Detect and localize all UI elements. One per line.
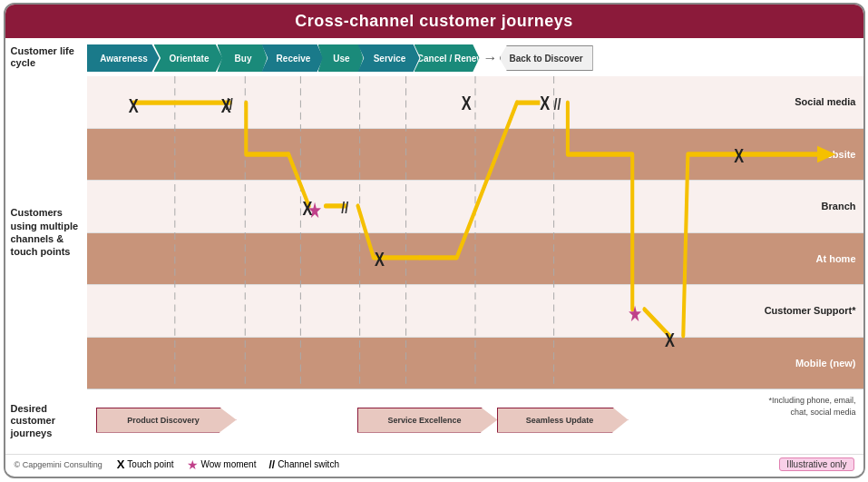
legend-row: © Capgemini Consulting X Touch point ★ W… xyxy=(5,454,863,474)
channel-row-customer-support: Customer Support* xyxy=(87,285,863,338)
use-stage[interactable]: Use xyxy=(326,44,364,73)
main-container: Cross-channel customer journeys Customer… xyxy=(4,3,865,478)
wow-moment-legend-star: ★ xyxy=(187,457,199,472)
channel-label-social-media: Social media xyxy=(795,96,855,107)
left-labels: Customer life cycle Customers using mult… xyxy=(5,38,87,454)
touch-point-legend-x: X xyxy=(117,457,125,471)
channel-label-customer-support: Customer Support* xyxy=(765,305,856,316)
cancel-renew-stage[interactable]: Cancel / Renew xyxy=(422,44,480,73)
lifecycle-row: Awareness Orientate Buy Receive xyxy=(87,38,863,76)
channel-row-at-home: At home xyxy=(87,233,863,286)
product-discovery-journey[interactable]: Product Discovery xyxy=(96,408,237,437)
right-area: Awareness Orientate Buy Receive xyxy=(87,38,863,454)
channels-label: Customers using multiple channels & touc… xyxy=(11,76,87,389)
channel-label-at-home: At home xyxy=(816,253,856,264)
receive-stage[interactable]: Receive xyxy=(269,44,324,73)
channel-label-mobile-new: Mobile (new) xyxy=(795,358,856,369)
channel-row-mobile-new: Mobile (new) xyxy=(87,338,863,389)
seamless-update-journey[interactable]: Seamless Update xyxy=(497,408,629,437)
copyright: © Capgemini Consulting xyxy=(15,460,102,469)
page-title: Cross-channel customer journeys xyxy=(5,5,863,38)
buy-stage[interactable]: Buy xyxy=(225,44,268,73)
service-stage[interactable]: Service xyxy=(366,44,420,73)
channel-row-social-media: Social media xyxy=(87,76,863,129)
grid-channels: Social media Website Branch At home xyxy=(87,76,863,389)
desired-journeys-label: Desired customer journeys xyxy=(11,389,87,454)
channel-label-branch: Branch xyxy=(822,201,856,211)
wow-moment-legend-label: Wow moment xyxy=(201,459,257,469)
footnote: *Including phone, email,chat, social med… xyxy=(768,395,855,418)
desired-journeys-row: Product Discovery Service Excellence Sea… xyxy=(87,389,863,454)
channel-label-website: Website xyxy=(818,149,856,160)
orientate-stage[interactable]: Orientate xyxy=(161,44,223,73)
channel-switch-legend-symbol: // xyxy=(268,458,275,471)
channel-row-website: Website xyxy=(87,129,863,182)
illustrative-only-badge: Illustrative only xyxy=(779,457,853,471)
service-excellence-journey[interactable]: Service Excellence xyxy=(357,408,498,437)
arrow-connector: → xyxy=(483,50,498,66)
channel-row-branch: Branch xyxy=(87,181,863,233)
back-to-discover-button[interactable]: Back to Discover xyxy=(500,45,593,71)
channel-switch-legend-label: Channel switch xyxy=(278,459,339,469)
touch-point-legend-label: Touch point xyxy=(127,459,173,469)
lifecycle-label: Customer life cycle xyxy=(11,38,87,76)
awareness-stage[interactable]: Awareness xyxy=(87,44,160,73)
